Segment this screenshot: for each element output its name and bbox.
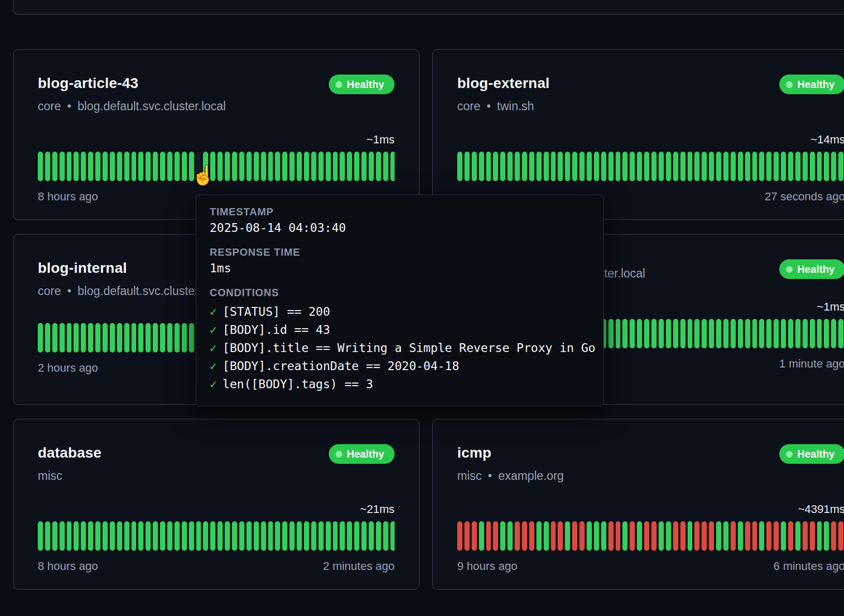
history-bar-up[interactable] <box>838 319 843 348</box>
history-bar-up[interactable] <box>81 323 86 353</box>
history-bar-up[interactable] <box>60 323 65 353</box>
history-bar-up[interactable] <box>680 319 686 348</box>
history-bar-up[interactable] <box>369 521 374 551</box>
history-bar-up[interactable] <box>659 152 664 181</box>
history-bar-up[interactable] <box>354 521 359 551</box>
history-bar-up[interactable] <box>565 152 570 181</box>
history-bar-up[interactable] <box>644 319 649 348</box>
history-bar-up[interactable] <box>326 152 331 181</box>
history-bar-up[interactable] <box>536 152 542 181</box>
history-bar-up[interactable] <box>680 152 686 181</box>
history-bar-down[interactable] <box>766 521 772 551</box>
history-bar-up[interactable] <box>52 323 57 353</box>
history-bar-up[interactable] <box>117 323 122 353</box>
history-bar-up[interactable] <box>268 521 273 551</box>
history-bar-up[interactable] <box>167 152 172 181</box>
history-bar-up[interactable] <box>507 152 513 181</box>
history-bar-up[interactable] <box>457 152 462 181</box>
history-bar-up[interactable] <box>217 152 223 181</box>
history-bar-down[interactable] <box>702 521 707 551</box>
history-bar-up[interactable] <box>145 521 151 551</box>
history-bar-down[interactable] <box>579 521 585 551</box>
history-bar-up[interactable] <box>515 152 520 181</box>
history-bar-up[interactable] <box>781 319 786 348</box>
history-bar-up[interactable] <box>333 521 338 551</box>
history-bar-up[interactable] <box>500 152 505 181</box>
history-bar-up[interactable] <box>282 152 287 181</box>
uptime-history-bars[interactable] <box>38 521 395 551</box>
history-bar-up[interactable] <box>110 152 115 181</box>
history-bar-up[interactable] <box>601 152 606 181</box>
history-bar-up[interactable] <box>731 319 736 348</box>
history-bar-down[interactable] <box>522 521 527 551</box>
history-bar-up[interactable] <box>132 152 137 181</box>
history-bar-up[interactable] <box>153 521 158 551</box>
history-bar-up[interactable] <box>572 152 577 181</box>
history-bar-down[interactable] <box>651 521 657 551</box>
history-bar-up[interactable] <box>831 319 836 348</box>
history-bar-up[interactable] <box>838 152 843 181</box>
history-bar-up[interactable] <box>189 152 194 181</box>
history-bar-up[interactable] <box>268 152 273 181</box>
history-bar-up[interactable] <box>688 319 693 348</box>
history-bar-up[interactable] <box>673 319 678 348</box>
history-bar-up[interactable] <box>318 152 324 181</box>
history-bar-up[interactable] <box>651 319 657 348</box>
history-bar-up[interactable] <box>232 152 237 181</box>
history-bar-up[interactable] <box>666 521 671 551</box>
history-bar-up[interactable] <box>622 521 628 551</box>
history-bar-up[interactable] <box>132 521 137 551</box>
history-bar-up[interactable] <box>311 152 316 181</box>
history-bar-down[interactable] <box>616 521 621 551</box>
history-bar-up[interactable] <box>774 319 779 348</box>
history-bar-up[interactable] <box>759 521 764 551</box>
history-bar-up[interactable] <box>297 521 302 551</box>
history-bar-up[interactable] <box>817 319 822 348</box>
history-bar-up[interactable] <box>795 521 801 551</box>
history-bar-down[interactable] <box>486 521 491 551</box>
history-bar-up[interactable] <box>702 152 707 181</box>
history-bar-up[interactable] <box>608 152 614 181</box>
history-bar-up[interactable] <box>304 152 309 181</box>
history-bar-up[interactable] <box>38 521 43 551</box>
history-bar-up[interactable] <box>824 521 829 551</box>
history-bar-up[interactable] <box>160 152 165 181</box>
history-bar-up[interactable] <box>153 152 158 181</box>
history-bar-up[interactable] <box>67 323 72 353</box>
history-bar-down[interactable] <box>630 521 635 551</box>
history-bar-up[interactable] <box>788 152 793 181</box>
history-bar-up[interactable] <box>103 521 108 551</box>
history-bar-up[interactable] <box>174 323 180 353</box>
history-bar-down[interactable] <box>709 521 714 551</box>
history-bar-up[interactable] <box>340 152 345 181</box>
history-bar-up[interactable] <box>275 521 280 551</box>
history-bar-up[interactable] <box>210 152 215 181</box>
history-bar-up[interactable] <box>361 152 367 181</box>
history-bar-up[interactable] <box>529 152 534 181</box>
history-bar-up[interactable] <box>716 319 721 348</box>
history-bar-up[interactable] <box>666 152 671 181</box>
history-bar-up[interactable] <box>95 521 100 551</box>
history-bar-up[interactable] <box>124 521 129 551</box>
history-bar-up[interactable] <box>88 152 93 181</box>
history-bar-up[interactable] <box>174 152 180 181</box>
history-bar-up[interactable] <box>464 152 470 181</box>
history-bar-up[interactable] <box>347 152 352 181</box>
history-bar-up[interactable] <box>347 521 352 551</box>
history-bar-up[interactable] <box>587 152 592 181</box>
history-bar-up[interactable] <box>110 323 115 353</box>
history-bar-up[interactable] <box>759 319 764 348</box>
history-bar-up[interactable] <box>383 152 388 181</box>
history-bar-up[interactable] <box>376 152 381 181</box>
history-bar-up[interactable] <box>817 521 822 551</box>
history-bar-up[interactable] <box>587 521 592 551</box>
uptime-history-bars[interactable] <box>457 152 844 181</box>
history-bar-up[interactable] <box>117 521 122 551</box>
history-bar-up[interactable] <box>182 323 187 353</box>
history-bar-up[interactable] <box>95 323 100 353</box>
history-bar-up[interactable] <box>254 521 259 551</box>
history-bar-up[interactable] <box>95 152 100 181</box>
history-bar-up[interactable] <box>45 323 50 353</box>
history-bar-up[interactable] <box>694 319 700 348</box>
uptime-history-bars[interactable] <box>457 521 844 551</box>
